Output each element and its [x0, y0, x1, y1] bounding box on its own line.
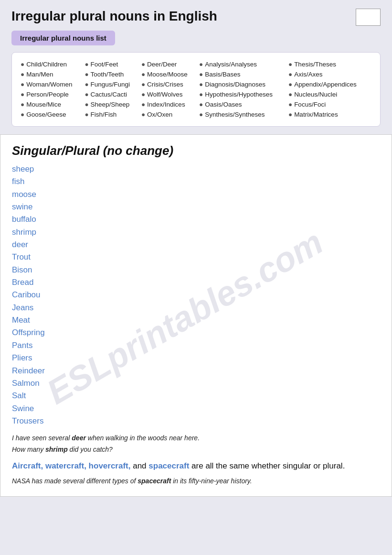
list-item: Pliers [12, 352, 380, 364]
noun-cell: ●Woman/Women [21, 79, 85, 89]
noun-cell: ●Crisis/Crises [141, 79, 199, 89]
list-item: Pants [12, 339, 380, 352]
list-item: Caribou [12, 289, 380, 301]
list-item: Swine [12, 403, 380, 415]
noun-cell: ●Tooth/Teeth [85, 69, 141, 79]
noun-cell: ●Basis/Bases [199, 69, 288, 79]
noun-cell: ●Cactus/Cacti [85, 89, 141, 99]
sentence1-post: when walking in the woods near here. [86, 434, 200, 442]
nasa-pre: NASA has made several different types of [12, 477, 138, 485]
list-item: fish [12, 175, 380, 188]
sentence1: I have seen several deer when walking in… [12, 434, 380, 442]
bottom-section: ESLprintables.com Singular/Plural (no ch… [0, 134, 392, 497]
noun-cell: ●Index/Indices [141, 99, 199, 109]
list-item: Jeans [12, 302, 380, 314]
list-item: Bison [12, 264, 380, 276]
nasa-post: in its fifty-nine-year history. [171, 477, 252, 485]
noun-cell: ●Fish/Fish [85, 109, 141, 120]
noun-cell: ●Deer/Deer [141, 59, 199, 69]
list-item: Salt [12, 390, 380, 402]
noun-cell: ●Fungus/Fungi [85, 79, 141, 89]
list-item: Salmon [12, 377, 380, 390]
list-item: buffalo [12, 213, 380, 226]
noun-cell: ●Goose/Geese [21, 109, 85, 120]
noun-cell: ●Diagnosis/Diagnoses [199, 79, 288, 89]
noun-cell: ●Focus/Foci [288, 99, 371, 109]
noun-cell: ●Child/Children [21, 59, 85, 69]
sentence2-bold: shrimp [45, 446, 68, 453]
sentence2: How many shrimp did you catch? [12, 446, 380, 453]
list-item: moose [12, 188, 380, 201]
noun-cell: ●Sheep/Sheep [85, 99, 141, 109]
list-item: Meat [12, 314, 380, 326]
sentence1-bold: deer [72, 434, 86, 442]
sentence2-post: did you catch? [68, 446, 113, 453]
noun-cell: ●Hypothesis/Hypotheses [199, 89, 288, 99]
noun-cell: ●Man/Men [21, 69, 85, 79]
noun-cell: ●Oasis/Oases [199, 99, 288, 109]
craft-end: are all the same whether singular or plu… [189, 461, 345, 470]
list-item: Bread [12, 276, 380, 289]
noun-cell: ●Axis/Axes [288, 69, 371, 79]
sentence2-pre: How many [12, 446, 45, 453]
list-label: Irregular plural nouns list [11, 31, 115, 45]
list-item: sheep [12, 163, 380, 175]
noun-cell: ●Moose/Moose [141, 69, 199, 79]
section-title: Singular/Plural (no change) [12, 143, 380, 158]
sentence1-pre: I have seen several [12, 434, 72, 442]
noun-table-box: ●Child/Children●Foot/Feet●Deer/Deer●Anal… [11, 52, 381, 127]
craft-line: Aircraft, watercraft, hovercraft, and sp… [12, 460, 380, 472]
top-right-box [356, 9, 381, 26]
page-title: Irregular plural nouns in English [11, 9, 381, 24]
noun-cell: ●Appendix/Appendices [288, 79, 371, 89]
noun-cell: ●Nucleus/Nuclei [288, 89, 371, 99]
craft-blue2: spacecraft [148, 461, 189, 470]
noun-cell: ●Analysis/Analyses [199, 59, 288, 69]
list-item: Offspring [12, 326, 380, 339]
list-item: Reindeer [12, 365, 380, 377]
page: Irregular plural nouns in English Irregu… [0, 0, 392, 555]
craft-blue1: Aircraft, watercraft, hovercraft, [12, 461, 130, 470]
top-section: Irregular plural nouns in English Irregu… [0, 0, 392, 134]
noun-cell: ●Mouse/Mice [21, 99, 85, 109]
noun-cell: ●Foot/Feet [85, 59, 141, 69]
craft-normal: and [130, 461, 148, 470]
noun-cell: ●Synthesis/Syntheses [199, 109, 288, 120]
list-item: Trousers [12, 415, 380, 427]
list-item: swine [12, 201, 380, 213]
list-item: deer [12, 239, 380, 251]
noun-cell: ●Person/People [21, 89, 85, 99]
nasa-sentence: NASA has made several different types of… [12, 477, 380, 485]
noun-table: ●Child/Children●Foot/Feet●Deer/Deer●Anal… [21, 59, 371, 120]
word-list: sheepfishmooseswinebuffaloshrimpdeerTrou… [12, 163, 380, 427]
noun-cell: ●Thesis/Theses [288, 59, 371, 69]
list-item: shrimp [12, 226, 380, 239]
noun-cell: ●Matrix/Matrices [288, 109, 371, 120]
noun-cell: ●Wolf/Wolves [141, 89, 199, 99]
noun-cell: ●Ox/Oxen [141, 109, 199, 120]
nasa-bold: spacecraft [138, 477, 171, 485]
list-item: Trout [12, 251, 380, 263]
